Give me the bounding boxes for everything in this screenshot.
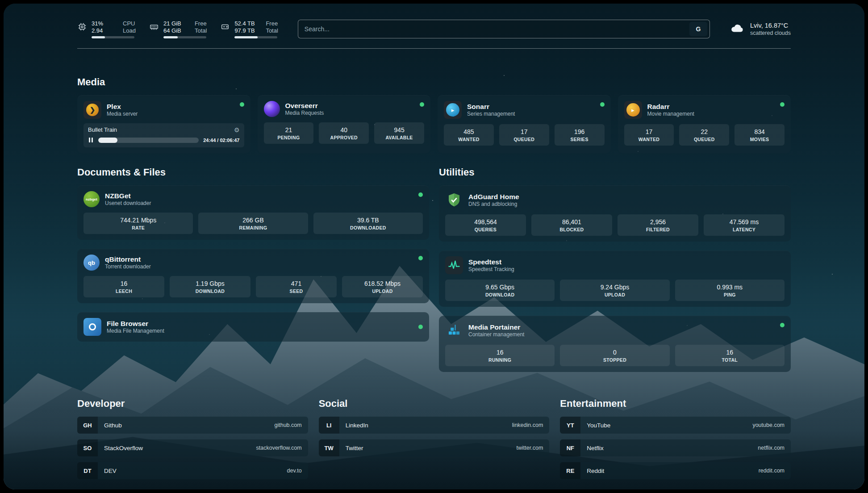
bookmark-dev[interactable]: DT DEV dev.to xyxy=(77,462,308,479)
status-dot-filebrowser xyxy=(418,325,423,329)
stat-download: 9.65 GbpsDOWNLOAD xyxy=(445,280,555,301)
status-dot-sonarr xyxy=(600,102,605,107)
card-qbittorrent[interactable]: qb qBittorrent Torrent downloader 16LEEC… xyxy=(77,249,429,303)
bookmark-stackoverflow[interactable]: SO StackOverflow stackoverflow.com xyxy=(77,439,308,456)
stat-leech: 16LEECH xyxy=(83,276,164,297)
card-plex[interactable]: ❯ Plex Media server Bullet Train ⚙ xyxy=(77,95,250,153)
status-dot-plex xyxy=(240,102,244,107)
card-sonarr[interactable]: ▸ Sonarr Series management 485WANTED 17Q… xyxy=(438,95,611,153)
section-title-media: Media xyxy=(77,76,791,88)
disk-total-value: 97.9 TB xyxy=(234,27,258,34)
memory-icon xyxy=(149,20,159,33)
bookmark-linkedin[interactable]: LI LinkedIn linkedin.com xyxy=(319,417,550,434)
card-radarr[interactable]: ▸ Radarr Movie management 17WANTED 22QUE… xyxy=(618,95,791,153)
card-portainer[interactable]: Media Portainer Container management 16R… xyxy=(439,316,791,372)
status-dot-radarr xyxy=(780,102,785,107)
app-subtitle-sonarr: Series management xyxy=(467,111,515,117)
media-cards: ❯ Plex Media server Bullet Train ⚙ xyxy=(77,95,791,153)
card-overseerr[interactable]: Overseerr Media Requests 21PENDING 40APP… xyxy=(258,95,431,153)
stat-wanted: 17WANTED xyxy=(624,124,674,146)
app-name-portainer: Media Portainer xyxy=(468,323,524,331)
stat-available: 945AVAILABLE xyxy=(374,122,424,144)
cpu-usage-value: 31% xyxy=(92,20,115,27)
search-bar: G xyxy=(298,20,710,38)
bookmark-twitter[interactable]: TW Twitter twitter.com xyxy=(319,439,550,456)
bookmark-abbr: TW xyxy=(319,439,339,456)
disk-free-label: Free xyxy=(266,20,278,27)
stat-wanted: 485WANTED xyxy=(444,124,494,146)
dashboard: 31% 2.94 CPU Load xyxy=(4,4,864,489)
playback-progress-bar[interactable] xyxy=(98,138,199,143)
bookmark-url: youtube.com xyxy=(752,422,791,428)
bookmark-github[interactable]: GH Github github.com xyxy=(77,417,308,434)
stat-stopped: 0STOPPED xyxy=(560,345,669,366)
bookmark-reddit[interactable]: RE Reddit reddit.com xyxy=(560,462,791,479)
memory-total-value: 64 GiB xyxy=(163,27,187,34)
bookmark-name: Twitter xyxy=(339,445,363,451)
bookmark-name: Netflix xyxy=(580,445,604,451)
bookmark-url: twitter.com xyxy=(517,445,550,451)
bookmark-abbr: DT xyxy=(77,462,98,479)
bookmark-abbr: RE xyxy=(560,462,580,479)
status-dot-qbittorrent xyxy=(418,256,423,260)
documents-column: Documents & Files nzbget NZBGet Usenet d… xyxy=(77,167,429,372)
bookmark-youtube[interactable]: YT YouTube youtube.com xyxy=(560,417,791,434)
cpu-icon xyxy=(77,20,87,33)
bookmark-group-developer: Developer GH Github github.com SO StackO… xyxy=(77,398,308,479)
app-subtitle-adguard: DNS and adblocking xyxy=(468,201,519,208)
app-subtitle-filebrowser: Media File Management xyxy=(107,328,164,334)
top-bar: 31% 2.94 CPU Load xyxy=(77,20,791,38)
stat-queued: 22QUEUED xyxy=(679,124,729,146)
app-name-adguard: AdGuard Home xyxy=(468,192,519,201)
app-name-qbittorrent: qBittorrent xyxy=(105,255,151,263)
bookmark-name: Github xyxy=(98,422,122,429)
search-input[interactable] xyxy=(305,25,689,33)
stat-movies: 834MOVIES xyxy=(734,124,785,146)
stat-pending: 21PENDING xyxy=(264,122,314,144)
cpu-usage-bar xyxy=(92,36,134,38)
pause-button[interactable] xyxy=(88,137,94,143)
card-nzbget[interactable]: nzbget NZBGet Usenet downloader 744.21 M… xyxy=(77,185,429,240)
disk-usage-bar xyxy=(234,36,277,38)
bookmark-abbr: SO xyxy=(77,439,98,456)
sonarr-icon: ▸ xyxy=(444,101,462,119)
memory-free-value: 21 GiB xyxy=(163,20,187,27)
app-subtitle-nzbget: Usenet downloader xyxy=(105,200,151,207)
cpu-load-label: Load xyxy=(123,27,136,34)
app-name-sonarr: Sonarr xyxy=(467,102,515,111)
app-name-speedtest: Speedtest xyxy=(468,258,514,266)
bookmark-name: YouTube xyxy=(580,422,610,429)
bookmark-group-entertainment: Entertainment YT YouTube youtube.com NF … xyxy=(560,398,791,479)
bookmark-netflix[interactable]: NF Netflix netflix.com xyxy=(560,439,791,456)
app-name-radarr: Radarr xyxy=(647,102,694,111)
weather-condition: scattered clouds xyxy=(750,30,791,36)
card-adguard[interactable]: AdGuard Home DNS and adblocking 498,564Q… xyxy=(439,185,791,242)
topbar-divider xyxy=(77,48,791,49)
cloud-icon xyxy=(730,21,745,38)
portainer-icon xyxy=(445,322,463,339)
filebrowser-icon xyxy=(83,318,101,336)
stat-total: 16TOTAL xyxy=(675,345,785,366)
status-dot-overseerr xyxy=(420,102,424,107)
bookmark-name: StackOverflow xyxy=(98,445,143,451)
card-filebrowser[interactable]: File Browser Media File Management xyxy=(77,312,429,342)
bookmark-abbr: YT xyxy=(560,417,580,434)
gear-icon[interactable]: ⚙ xyxy=(234,127,240,133)
bookmark-group-social: Social LI LinkedIn linkedin.com TW Twitt… xyxy=(319,398,550,479)
now-playing-title: Bullet Train xyxy=(88,126,117,133)
speedtest-icon xyxy=(445,256,463,274)
status-dot-portainer xyxy=(780,323,785,327)
bookmark-abbr: GH xyxy=(77,417,98,434)
app-subtitle-speedtest: Speedtest Tracking xyxy=(468,266,514,273)
search-provider-button[interactable]: G xyxy=(689,22,707,36)
bookmark-abbr: NF xyxy=(560,439,580,456)
section-title-developer: Developer xyxy=(77,398,308,409)
card-speedtest[interactable]: Speedtest Speedtest Tracking 9.65 GbpsDO… xyxy=(439,251,791,307)
disk-icon xyxy=(220,20,230,33)
section-title-social: Social xyxy=(319,398,550,409)
weather-location: Lviv, 16.87°C xyxy=(750,22,791,29)
section-title-utilities: Utilities xyxy=(439,167,791,178)
stat-blocked: 86,401BLOCKED xyxy=(531,214,612,236)
stat-rate: 744.21 MbpsRATE xyxy=(83,213,193,234)
stat-queued: 17QUEUED xyxy=(499,124,549,146)
